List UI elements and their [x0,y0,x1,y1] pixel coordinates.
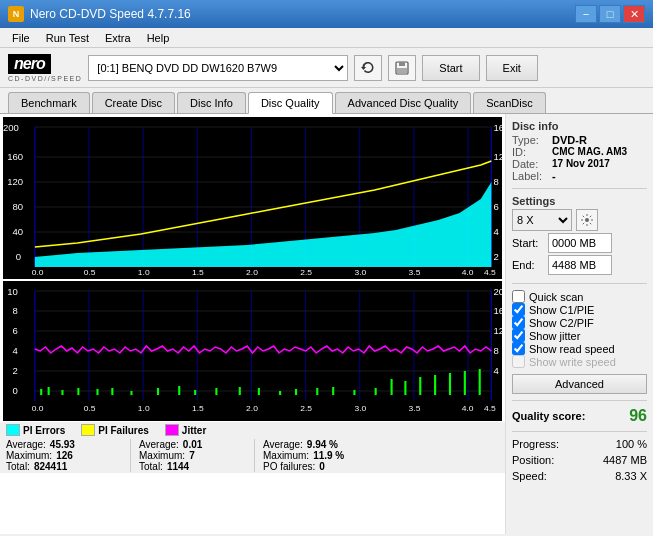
pi-errors-max-row: Maximum: 126 [6,450,126,461]
maximize-button[interactable]: □ [599,5,621,23]
svg-text:120: 120 [7,177,23,187]
start-mb-input[interactable] [548,233,612,253]
menu-run-test[interactable]: Run Test [38,30,97,46]
tab-benchmark[interactable]: Benchmark [8,92,90,113]
menu-file[interactable]: File [4,30,38,46]
pi-failures-avg-row: Average: 0.01 [139,439,250,450]
minimize-button[interactable]: − [575,5,597,23]
close-button[interactable]: ✕ [623,5,645,23]
advanced-button[interactable]: Advanced [512,374,647,394]
jitter-stats: Average: 9.94 % Maximum: 11.9 % PO failu… [254,439,374,472]
svg-rect-64 [130,391,132,395]
svg-rect-58 [40,389,42,395]
disc-date-row: Date: 17 Nov 2017 [512,158,647,170]
position-label: Position: [512,454,554,466]
menu-bar: File Run Test Extra Help [0,28,653,48]
refresh-icon-button[interactable] [354,55,382,81]
jitter-avg-value: 9.94 % [307,439,338,450]
window-controls[interactable]: − □ ✕ [575,5,645,23]
svg-marker-19 [35,182,492,267]
pi-failures-avg-value: 0.01 [183,439,202,450]
svg-text:4.0: 4.0 [462,268,474,277]
save-icon-button[interactable] [388,55,416,81]
show-c2pif-checkbox[interactable] [512,316,525,329]
quick-scan-checkbox[interactable] [512,290,525,303]
disc-date-label: Date: [512,158,552,170]
svg-rect-2 [397,68,407,73]
app-title: Nero CD-DVD Speed 4.7.7.16 [30,7,191,21]
svg-rect-82 [464,371,466,395]
checkboxes-section: Quick scan Show C1/PIE Show C2/PIF Show … [512,290,647,368]
show-read-speed-label: Show read speed [529,343,615,355]
progress-value: 100 % [616,438,647,450]
svg-rect-79 [419,377,421,395]
svg-text:0.0: 0.0 [32,404,44,413]
end-mb-input[interactable] [548,255,612,275]
disc-type-value: DVD-R [552,134,587,146]
tabs-bar: Benchmark Create Disc Disc Info Disc Qua… [0,88,653,114]
po-failures-label: PO failures: [263,461,315,472]
tab-advanced-disc-quality[interactable]: Advanced Disc Quality [335,92,472,113]
tab-disc-info[interactable]: Disc Info [177,92,246,113]
show-c1pie-checkbox[interactable] [512,303,525,316]
settings-title: Settings [512,195,647,207]
svg-text:3.5: 3.5 [409,268,421,277]
show-c1pie-label: Show C1/PIE [529,304,594,316]
tab-create-disc[interactable]: Create Disc [92,92,175,113]
jitter-legend-box [165,424,179,436]
tab-disc-quality[interactable]: Disc Quality [248,92,333,114]
drive-selector[interactable]: [0:1] BENQ DVD DD DW1620 B7W9 [88,55,348,81]
svg-text:4.5: 4.5 [484,404,496,413]
menu-help[interactable]: Help [139,30,178,46]
pi-errors-legend-box [6,424,20,436]
po-failures-value: 0 [319,461,325,472]
disc-type-label: Type: [512,134,552,146]
svg-text:1.5: 1.5 [192,404,204,413]
title-bar-left: N Nero CD-DVD Speed 4.7.7.16 [8,6,191,22]
show-write-speed-row: Show write speed [512,355,647,368]
quick-scan-label: Quick scan [529,291,583,303]
pi-errors-avg-value: 45.93 [50,439,75,450]
nero-sub-title: CD-DVD//SPEED [8,75,82,82]
save-icon [394,60,410,76]
svg-rect-60 [61,390,63,395]
pi-errors-total-label: Total: [6,461,30,472]
position-value: 4487 MB [603,454,647,466]
nero-logo-area: nero CD-DVD//SPEED [8,54,82,82]
tab-scan-disc[interactable]: ScanDisc [473,92,545,113]
bottom-chart: 10 8 6 4 2 0 20 16 12 8 4 0.0 0.5 1.0 1.… [3,281,502,421]
svg-text:4: 4 [494,366,499,376]
svg-text:4.5: 4.5 [484,268,496,277]
show-jitter-label: Show jitter [529,330,580,342]
svg-rect-80 [434,375,436,395]
show-jitter-checkbox[interactable] [512,329,525,342]
show-read-speed-checkbox[interactable] [512,342,525,355]
settings-icon-button[interactable] [576,209,598,231]
start-label: Start: [512,237,544,249]
svg-text:2.5: 2.5 [300,268,312,277]
svg-text:12: 12 [494,152,502,162]
svg-rect-81 [449,373,451,395]
svg-rect-76 [375,388,377,395]
svg-text:0: 0 [16,252,21,262]
menu-extra[interactable]: Extra [97,30,139,46]
svg-rect-63 [111,388,113,395]
start-button[interactable]: Start [422,55,479,81]
svg-rect-59 [48,387,50,395]
svg-text:8: 8 [494,177,499,187]
svg-text:200: 200 [3,123,19,133]
pi-errors-total-row: Total: 824411 [6,461,126,472]
speed-row-2: Speed: 8.33 X [512,470,647,482]
pi-failures-legend-box [81,424,95,436]
exit-button[interactable]: Exit [486,55,538,81]
svg-text:10: 10 [7,287,18,297]
pi-failures-stats: Average: 0.01 Maximum: 7 Total: 1144 [130,439,250,472]
svg-rect-78 [404,381,406,395]
pi-errors-legend-label: PI Errors [23,425,65,436]
svg-text:16: 16 [494,306,502,316]
svg-rect-1 [399,62,405,66]
position-row: Position: 4487 MB [512,454,647,466]
svg-text:3.5: 3.5 [409,404,421,413]
svg-rect-74 [332,387,334,395]
speed-selector[interactable]: 8 X [512,209,572,231]
